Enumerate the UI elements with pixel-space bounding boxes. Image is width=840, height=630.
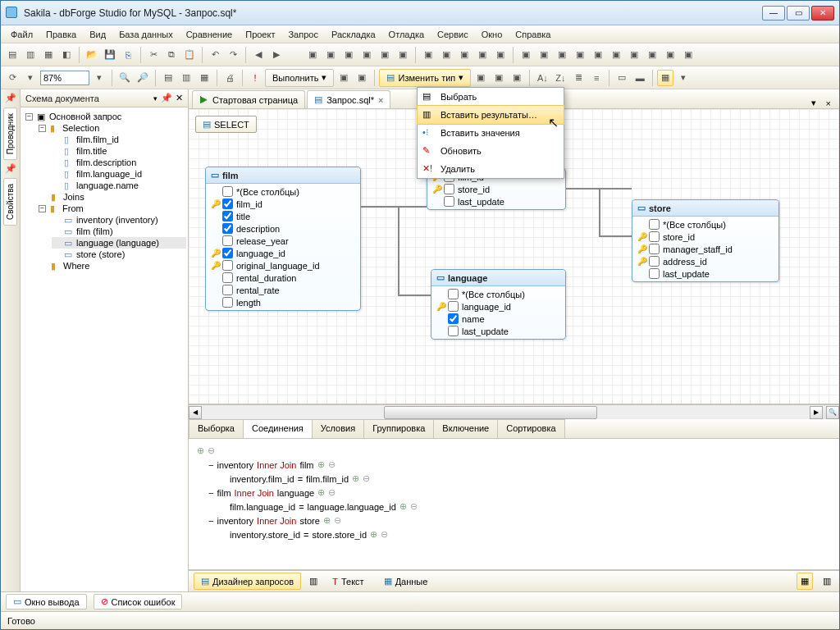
new-doc-icon[interactable]: ▥ xyxy=(22,47,39,63)
tool-icon[interactable]: ▣ xyxy=(358,47,375,63)
remove-icon[interactable]: ⊖ xyxy=(328,459,336,470)
column-row[interactable]: rental_rate xyxy=(209,284,357,296)
menu-service[interactable]: Сервис xyxy=(431,27,475,42)
column-row[interactable]: 🔑store_id xyxy=(431,183,562,195)
menu-item-update[interactable]: ✎Обновить xyxy=(418,142,564,160)
zoom-input[interactable] xyxy=(40,71,89,85)
column-checkbox[interactable] xyxy=(448,326,459,336)
scroll-left-icon[interactable]: ◀ xyxy=(189,406,202,419)
menu-query[interactable]: Запрос xyxy=(281,27,324,42)
save-icon[interactable]: 💾 xyxy=(102,47,118,63)
tree-item[interactable]: film.title xyxy=(76,146,107,156)
menu-item-select[interactable]: ▤Выбрать xyxy=(418,88,564,106)
column-checkbox[interactable] xyxy=(222,260,233,271)
tool-icon[interactable]: ▾ xyxy=(22,70,39,86)
qtab-where[interactable]: Условия xyxy=(312,419,364,438)
tool-icon[interactable]: ▭ xyxy=(614,70,630,86)
tool-icon[interactable]: ▣ xyxy=(322,47,339,63)
column-row[interactable]: length xyxy=(209,296,357,308)
tree-root[interactable]: Основной запрос xyxy=(49,112,121,121)
tool-icon[interactable]: ▣ xyxy=(518,47,534,63)
close-button[interactable]: ✕ xyxy=(811,6,834,21)
tab-error-list[interactable]: ⊘Список ошибок xyxy=(94,594,183,609)
tool-icon[interactable]: ▣ xyxy=(509,70,525,86)
column-checkbox[interactable] xyxy=(222,272,233,283)
tool-icon[interactable]: ▣ xyxy=(336,70,352,86)
menu-compare[interactable]: Сравнение xyxy=(180,27,240,42)
column-checkbox[interactable] xyxy=(649,256,660,267)
column-checkbox[interactable] xyxy=(444,196,454,207)
new-item-icon[interactable]: ◧ xyxy=(58,47,75,63)
cut-icon[interactable]: ✂ xyxy=(145,47,162,63)
tool-icon[interactable]: ▣ xyxy=(472,70,489,86)
remove-icon[interactable]: ⊖ xyxy=(363,473,370,484)
tree-from[interactable]: From xyxy=(62,203,84,213)
tool-icon[interactable]: ▣ xyxy=(304,47,321,63)
column-checkbox[interactable] xyxy=(649,268,660,279)
tree-item[interactable]: language (language) xyxy=(76,238,159,248)
menu-item-insert-values[interactable]: •⁝Вставить значения xyxy=(418,124,564,142)
sort-desc-icon[interactable]: Z↓ xyxy=(552,70,568,86)
collapse-icon[interactable]: − xyxy=(208,488,213,498)
column-row[interactable]: last_update xyxy=(431,195,562,208)
column-checkbox[interactable] xyxy=(444,184,454,194)
saveall-icon[interactable]: ⎘ xyxy=(120,47,136,63)
paste-icon[interactable]: 📋 xyxy=(181,47,198,63)
tool-icon[interactable]: ▣ xyxy=(354,70,370,86)
layout-icon[interactable]: ▦ xyxy=(797,573,813,590)
chevron-down-icon[interactable]: ▾ xyxy=(806,98,821,108)
tool-icon[interactable]: ▣ xyxy=(474,47,491,63)
tree-joins[interactable]: Joins xyxy=(63,192,84,202)
column-checkbox[interactable] xyxy=(222,223,233,234)
tool-icon[interactable]: ▣ xyxy=(644,47,660,63)
join-condition[interactable]: inventory.film_id = film.film_id ⊕ ⊖ xyxy=(197,472,831,486)
column-row[interactable]: last_update xyxy=(435,325,562,337)
remove-icon[interactable]: ⊖ xyxy=(410,501,418,512)
add-icon[interactable]: ⊕ xyxy=(317,459,325,470)
remove-icon[interactable]: ⊖ xyxy=(208,445,215,456)
scroll-thumb[interactable] xyxy=(384,406,596,419)
view-text-button[interactable]: TТекст xyxy=(326,574,370,589)
add-icon[interactable]: ⊕ xyxy=(317,487,325,498)
sort-asc-icon[interactable]: A↓ xyxy=(534,70,550,86)
qtab-groupby[interactable]: Группировка xyxy=(363,419,434,438)
qtab-having[interactable]: Включение xyxy=(433,419,498,438)
menu-view[interactable]: Вид xyxy=(83,27,112,42)
nav-back-icon[interactable]: ◀ xyxy=(250,47,267,63)
tree-item[interactable]: film (film) xyxy=(76,226,113,236)
add-icon[interactable]: ⊕ xyxy=(370,529,377,540)
page-icon[interactable]: ▥ xyxy=(178,70,194,86)
menu-file[interactable]: Файл xyxy=(4,27,39,42)
add-icon[interactable]: ⊕ xyxy=(399,501,407,512)
tool-icon[interactable]: ▣ xyxy=(420,47,436,63)
copy-icon[interactable]: ⧉ xyxy=(163,47,180,63)
tree-item[interactable]: film.description xyxy=(76,158,136,167)
menu-edit[interactable]: Правка xyxy=(39,27,83,42)
pin-icon[interactable]: 📌 xyxy=(5,93,16,104)
tab-output-window[interactable]: ▭Окно вывода xyxy=(6,594,87,609)
join-row[interactable]: − inventory Inner Join film ⊕ ⊖ xyxy=(197,458,831,472)
minimize-button[interactable]: — xyxy=(762,6,785,21)
column-row[interactable]: description xyxy=(209,222,357,235)
column-row[interactable]: 🔑manager_staff_id xyxy=(636,243,775,255)
column-checkbox[interactable] xyxy=(222,297,233,308)
close-icon[interactable]: ✕ xyxy=(176,93,183,103)
column-checkbox[interactable] xyxy=(649,219,660,230)
horizontal-scrollbar[interactable]: ◀ ▶ 🔍 xyxy=(189,404,839,419)
grid-view-icon[interactable]: ▦ xyxy=(657,70,673,86)
remove-icon[interactable]: ⊖ xyxy=(381,529,388,540)
close-icon[interactable]: × xyxy=(821,98,836,108)
new-sql-icon[interactable]: ▤ xyxy=(4,47,21,63)
select-chip[interactable]: ▤SELECT xyxy=(195,116,257,133)
tool-icon[interactable]: ▣ xyxy=(626,47,642,63)
tree-item[interactable]: film.language_id xyxy=(76,169,142,179)
tool-icon[interactable]: ▣ xyxy=(377,47,393,63)
column-row[interactable]: 🔑language_id xyxy=(435,300,562,313)
column-row[interactable]: *(Все столбцы) xyxy=(435,288,562,300)
tool-icon[interactable]: ▾ xyxy=(675,70,692,86)
tool-icon[interactable]: ▣ xyxy=(395,47,411,63)
chevron-down-icon[interactable]: ▾ xyxy=(153,94,158,103)
page-icon[interactable]: ▤ xyxy=(160,70,176,86)
view-designer-button[interactable]: ▤Дизайнер запросов xyxy=(194,573,301,590)
change-type-button[interactable]: ▤Изменить тип▾ xyxy=(379,69,471,87)
